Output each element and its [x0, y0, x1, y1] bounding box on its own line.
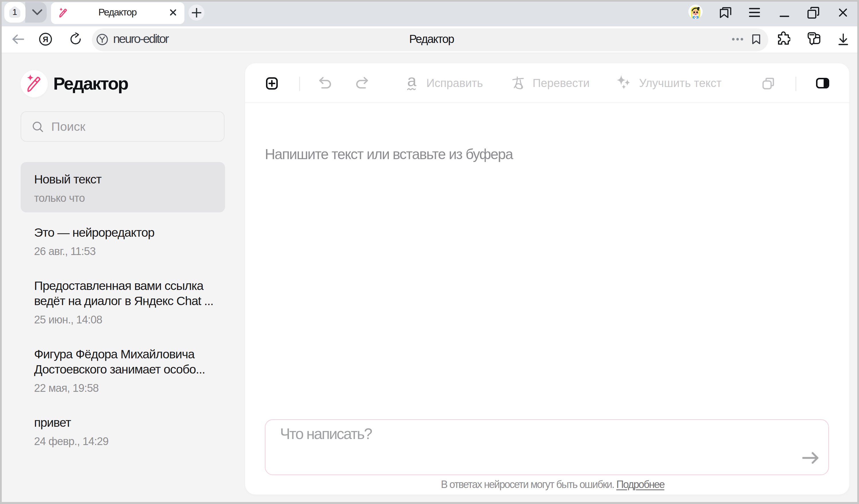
svg-text:Я: Я	[43, 35, 48, 44]
